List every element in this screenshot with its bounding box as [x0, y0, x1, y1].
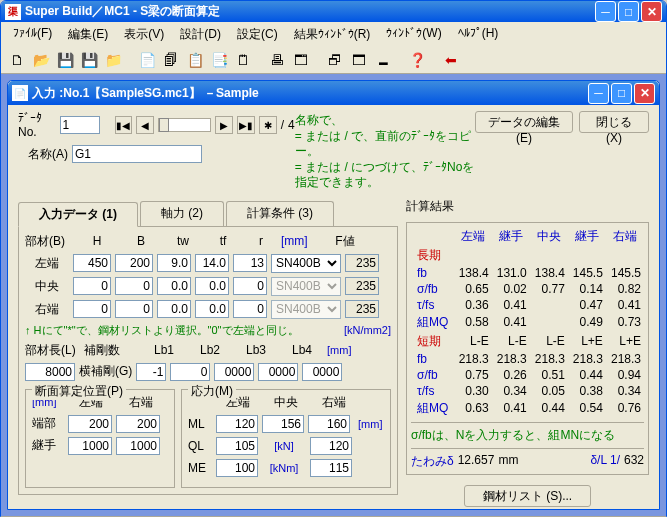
stress-2-0[interactable] — [216, 459, 258, 477]
stress-2-2[interactable] — [310, 459, 352, 477]
sec-2-1[interactable] — [115, 300, 153, 318]
child-title: 入力 :No.1【SampleSG.mc1】 －Sample — [32, 85, 259, 102]
menu-file[interactable]: ﾌｧｲﾙ(F) — [7, 24, 58, 45]
nav-slider[interactable] — [158, 118, 211, 132]
steel-list-button[interactable]: 鋼材リスト (S)... — [464, 485, 591, 507]
menu-result[interactable]: 結果ｳｨﾝﾄﾞｳ(R) — [288, 24, 377, 45]
pos-1-1[interactable] — [116, 437, 160, 455]
doc4-icon[interactable]: 📑 — [209, 50, 229, 70]
toolbar: 🗋 📂 💾 💾 📁 📄 🗐 📋 📑 🗒 🖶 🗔 🗗 🗖 🗕 ❓ ⬅ — [1, 47, 666, 74]
print-icon[interactable]: 🖶 — [267, 50, 287, 70]
help-icon[interactable]: ❓ — [407, 50, 427, 70]
member-label: 部材(B) — [25, 233, 73, 250]
open-icon[interactable]: 📂 — [31, 50, 51, 70]
steel-select-1: SN400B — [271, 277, 341, 296]
menu-design[interactable]: 設計(D) — [174, 24, 227, 45]
pos-1-0[interactable] — [68, 437, 112, 455]
preview-icon[interactable]: 🗔 — [291, 50, 311, 70]
menu-view[interactable]: 表示(V) — [118, 24, 170, 45]
edit-data-button[interactable]: データの編集(E) — [475, 111, 573, 133]
saveall-icon[interactable]: 💾 — [79, 50, 99, 70]
result-title: 計算結果 — [406, 195, 649, 218]
menu-window[interactable]: ｳｨﾝﾄﾞｳ(W) — [380, 24, 447, 45]
close-dialog-button[interactable]: 閉じる (X) — [579, 111, 649, 133]
sec-1-3[interactable] — [195, 277, 229, 295]
cascade-icon[interactable]: 🗗 — [325, 50, 345, 70]
stress-0-2[interactable] — [308, 415, 350, 433]
f-0 — [345, 254, 379, 272]
last-button[interactable]: ▶▮ — [237, 116, 255, 134]
arrange-icon[interactable]: 🗕 — [373, 50, 393, 70]
doc5-icon[interactable]: 🗒 — [233, 50, 253, 70]
doc1-icon[interactable]: 📄 — [137, 50, 157, 70]
sec-2-2[interactable] — [157, 300, 191, 318]
lb4-input[interactable] — [302, 363, 342, 381]
sec-0-0[interactable] — [73, 254, 111, 272]
hokog-input[interactable] — [136, 363, 166, 381]
length-input[interactable] — [25, 363, 75, 381]
save-icon[interactable]: 💾 — [55, 50, 75, 70]
close-button[interactable]: ✕ — [641, 1, 662, 22]
sec-1-0[interactable] — [73, 277, 111, 295]
length-label: 部材長(L) — [25, 342, 80, 359]
stress-0-0[interactable] — [216, 415, 258, 433]
new-icon[interactable]: 🗋 — [7, 50, 27, 70]
lb1-input[interactable] — [170, 363, 210, 381]
new-rec-button[interactable]: ✱ — [259, 116, 277, 134]
pos-0-1[interactable] — [116, 415, 160, 433]
tile-icon[interactable]: 🗖 — [349, 50, 369, 70]
name-input[interactable] — [72, 145, 202, 163]
tab-conditions[interactable]: 計算条件 (3) — [226, 201, 334, 226]
first-button[interactable]: ▮◀ — [115, 116, 133, 134]
sec-1-1[interactable] — [115, 277, 153, 295]
minimize-button[interactable]: ─ — [595, 1, 616, 22]
stress-1-0[interactable] — [216, 437, 258, 455]
tab-input[interactable]: 入力データ (1) — [18, 202, 138, 227]
lb3-input[interactable] — [258, 363, 298, 381]
f-2 — [345, 300, 379, 318]
stress-group-label: 応力(M) — [188, 383, 236, 400]
menu-settings[interactable]: 設定(C) — [231, 24, 284, 45]
tab-axial[interactable]: 軸力 (2) — [140, 201, 224, 226]
menu-help[interactable]: ﾍﾙﾌﾟ(H) — [452, 24, 505, 45]
app-icon: 渠 — [5, 4, 21, 20]
lb2-input[interactable] — [214, 363, 254, 381]
sec-2-4[interactable] — [233, 300, 267, 318]
child-minimize-button[interactable]: ─ — [588, 83, 609, 104]
steel-select-0[interactable]: SN400B — [271, 254, 341, 273]
f-1 — [345, 277, 379, 295]
sec-0-1[interactable] — [115, 254, 153, 272]
child-maximize-button[interactable]: □ — [611, 83, 632, 104]
steel-select-2: SN400B — [271, 300, 341, 319]
next-button[interactable]: ▶ — [215, 116, 233, 134]
result-note: σ/fbは、Nを入力すると、組MNになる — [411, 422, 644, 444]
menu-edit[interactable]: 編集(E) — [62, 24, 114, 45]
sec-2-3[interactable] — [195, 300, 229, 318]
sec-0-3[interactable] — [195, 254, 229, 272]
window-title: Super Build／MC1 - S梁の断面算定 — [25, 3, 220, 20]
sec-1-2[interactable] — [157, 277, 191, 295]
child-close-button[interactable]: ✕ — [634, 83, 655, 104]
sec-0-2[interactable] — [157, 254, 191, 272]
pos-0-0[interactable] — [68, 415, 112, 433]
stress-0-1[interactable] — [262, 415, 304, 433]
hokog-label: 横補剛(G) — [79, 363, 132, 380]
child-icon: 📄 — [12, 85, 28, 101]
exit-icon[interactable]: ⬅ — [441, 50, 461, 70]
hoko-label: 補剛数 — [84, 342, 139, 359]
total-sep: / — [281, 118, 284, 132]
prev-button[interactable]: ◀ — [136, 116, 154, 134]
menubar: ﾌｧｲﾙ(F) 編集(E) 表示(V) 設計(D) 設定(C) 結果ｳｨﾝﾄﾞｳ… — [1, 22, 666, 47]
sec-0-4[interactable] — [233, 254, 267, 272]
doc2-icon[interactable]: 🗐 — [161, 50, 181, 70]
total-count: 4 — [288, 118, 295, 132]
datano-input[interactable] — [60, 116, 100, 134]
sec-1-4[interactable] — [233, 277, 267, 295]
folder-icon[interactable]: 📁 — [103, 50, 123, 70]
main-titlebar: 渠 Super Build／MC1 - S梁の断面算定 ─ □ ✕ — [1, 1, 666, 22]
doc3-icon[interactable]: 📋 — [185, 50, 205, 70]
sec-2-0[interactable] — [73, 300, 111, 318]
stress-1-2[interactable] — [310, 437, 352, 455]
datano-label: ﾃﾞｰﾀNo. — [18, 111, 56, 139]
maximize-button[interactable]: □ — [618, 1, 639, 22]
